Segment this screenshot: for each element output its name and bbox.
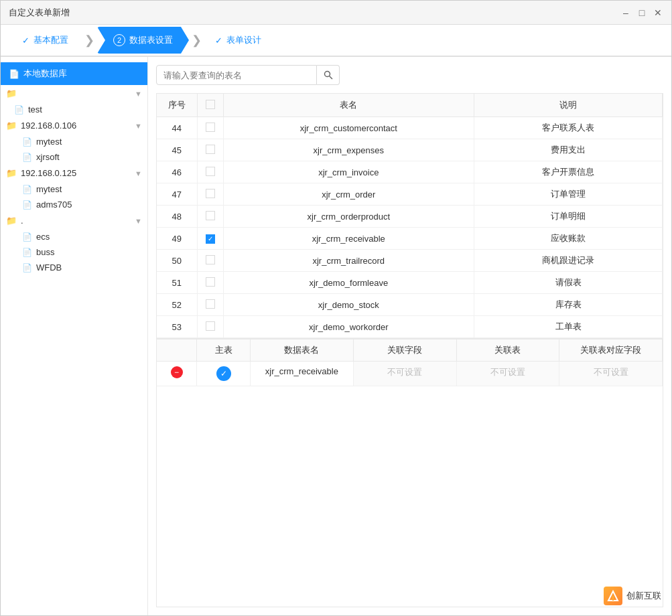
file-icon-2: 📄	[22, 137, 32, 147]
chevron-down-icon-4: ▼	[135, 217, 142, 225]
cell-desc: 请假表	[474, 272, 663, 294]
tree-item-root[interactable]: 📁 ▼	[1, 85, 147, 102]
cell-check[interactable]	[197, 250, 223, 272]
maximize-button[interactable]: □	[636, 7, 647, 18]
window-controls: – □ ✕	[620, 7, 663, 18]
cell-desc: 订单管理	[474, 183, 663, 206]
tree-child-mytest[interactable]: 📄 mytest	[1, 134, 147, 149]
table-row: 53 xjr_demo_workorder 工单表	[157, 316, 663, 338]
cell-check[interactable]	[197, 139, 223, 161]
tree-item-dot[interactable]: 📁 . ▼	[1, 212, 147, 229]
row-checkbox[interactable]	[206, 299, 215, 309]
tree-item-label-dot: .	[21, 216, 23, 226]
file-icon-3: 📄	[22, 153, 32, 162]
check-icon-2: ✓	[215, 35, 222, 46]
tree-child-test[interactable]: 📄 test	[1, 102, 147, 117]
tree-child-adms705[interactable]: 📄 adms705	[1, 197, 147, 212]
watermark-text: 创新互联	[626, 590, 661, 602]
row-checkbox[interactable]	[206, 255, 215, 264]
cell-check[interactable]	[197, 272, 223, 294]
sub-col-del	[157, 339, 197, 362]
search-button[interactable]	[317, 65, 340, 85]
tree-child-wfdb[interactable]: 📄 WFDB	[1, 260, 147, 275]
cell-name: xjr_demo_stock	[223, 294, 474, 316]
data-table: 序号 表名 说明 44 xjr_crm_customercontact 客户	[157, 94, 663, 338]
col-header-seq: 序号	[157, 94, 197, 117]
main-panel: 序号 表名 说明 44 xjr_crm_customercontact 客户	[148, 57, 671, 615]
row-checkbox[interactable]	[206, 277, 215, 287]
cell-seq: 52	[157, 294, 197, 316]
titlebar: 自定义表单新增 – □ ✕	[1, 1, 671, 25]
folder-icon-2: 📁	[6, 121, 17, 131]
select-all-checkbox[interactable]	[206, 100, 215, 109]
cell-desc: 订单明细	[474, 206, 663, 228]
tree-child-xjrsoft[interactable]: 📄 xjrsoft	[1, 149, 147, 165]
row-checkbox[interactable]	[206, 189, 215, 198]
cell-check[interactable]: ✓	[197, 228, 223, 250]
cell-desc: 客户联系人表	[474, 117, 663, 139]
cell-seq: 46	[157, 161, 197, 183]
cell-seq: 47	[157, 183, 197, 206]
delete-button[interactable]: −	[171, 366, 183, 378]
search-bar	[156, 65, 663, 85]
tree-child-label-wfdb: WFDB	[36, 262, 62, 273]
cell-name: xjr_crm_orderproduct	[223, 206, 474, 228]
wizard-step-data[interactable]: 2 数据表设置	[97, 27, 189, 54]
sub-cell-name: xjr_crm_receivable	[251, 362, 354, 386]
minimize-button[interactable]: –	[620, 7, 631, 18]
file-icon-8: 📄	[22, 263, 32, 273]
tree-child-label-ecs: ecs	[36, 232, 50, 242]
tree-child-buss[interactable]: 📄 buss	[1, 244, 147, 260]
table-row: 52 xjr_demo_stock 库存表	[157, 294, 663, 316]
tree-child-mytest2[interactable]: 📄 mytest	[1, 181, 147, 197]
search-icon	[324, 70, 333, 80]
step-num: 2	[113, 34, 125, 46]
svg-line-1	[329, 76, 332, 80]
sidebar-header[interactable]: 📄 本地数据库	[1, 62, 147, 85]
row-checkbox[interactable]	[206, 145, 215, 154]
row-checkbox[interactable]	[206, 167, 215, 176]
sub-col-name: 数据表名	[251, 339, 354, 362]
sub-table-header: 主表 数据表名 关联字段 关联表 关联表对应字段	[157, 338, 663, 362]
tree-child-label-mytest: mytest	[36, 137, 62, 147]
watermark: 创新互联	[604, 587, 661, 605]
cell-seq: 50	[157, 250, 197, 272]
wizard-bar: ✓ 基本配置 ❯ 2 数据表设置 ❯ ✓ 表单设计	[1, 25, 671, 57]
sub-cell-delete: −	[157, 362, 197, 386]
main-window: 自定义表单新增 – □ ✕ ✓ 基本配置 ❯ 2 数据表设置 ❯ ✓ 表单设计 …	[0, 0, 672, 616]
col-header-check	[197, 94, 223, 117]
cell-name: xjr_crm_invoice	[223, 161, 474, 183]
search-input[interactable]	[156, 65, 317, 85]
wizard-step-design[interactable]: ✓ 表单设计	[204, 24, 272, 56]
cell-check[interactable]	[197, 117, 223, 139]
row-checkbox[interactable]	[206, 321, 215, 331]
tree-item-label-125: 192.168.0.125	[21, 168, 76, 178]
cell-name: xjr_crm_order	[223, 183, 474, 206]
sub-cell-rel-table: 不可设置	[457, 362, 560, 386]
cell-check[interactable]	[197, 316, 223, 338]
data-table-container: 序号 表名 说明 44 xjr_crm_customercontact 客户	[156, 93, 663, 607]
table-row: 47 xjr_crm_order 订单管理	[157, 183, 663, 206]
cell-name: xjr_crm_trailrecord	[223, 250, 474, 272]
col-header-desc: 说明	[474, 94, 663, 117]
cell-check[interactable]	[197, 161, 223, 183]
sub-cell-rel-field2: 不可设置	[559, 362, 663, 386]
cell-check[interactable]	[197, 206, 223, 228]
row-checkbox[interactable]: ✓	[206, 234, 215, 244]
arrow-2: ❯	[192, 33, 202, 48]
row-checkbox[interactable]	[206, 211, 215, 220]
close-button[interactable]: ✕	[653, 7, 663, 18]
sub-col-main: 主表	[197, 339, 251, 362]
cell-desc: 应收账款	[474, 228, 663, 250]
tree-item-192-125[interactable]: 📁 192.168.0.125 ▼	[1, 165, 147, 181]
cell-check[interactable]	[197, 183, 223, 206]
cell-desc: 工单表	[474, 316, 663, 338]
sub-cell-main-check: ✓	[197, 362, 251, 386]
cell-name: xjr_demo_workorder	[223, 316, 474, 338]
cell-check[interactable]	[197, 294, 223, 316]
row-checkbox[interactable]	[206, 123, 215, 132]
tree-child-ecs[interactable]: 📄 ecs	[1, 229, 147, 244]
step-design-label: 表单设计	[226, 34, 261, 46]
tree-item-192-106[interactable]: 📁 192.168.0.106 ▼	[1, 117, 147, 134]
wizard-step-basic[interactable]: ✓ 基本配置	[11, 24, 82, 56]
